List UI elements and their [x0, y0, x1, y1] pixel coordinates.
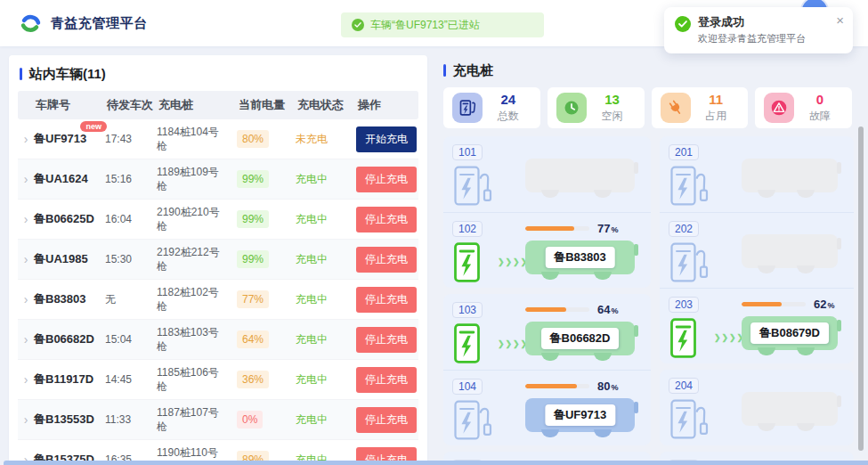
vehicle-row: ›鲁B06625D16:042190桩210号枪99%充电中停止充电 — [18, 200, 418, 240]
stat-value: 11 — [709, 92, 723, 107]
stat-value: 24 — [500, 92, 515, 107]
plate-number: 鲁B83803 — [34, 291, 105, 307]
stop-charge-button[interactable]: 停止充电 — [356, 207, 417, 232]
pile-icon — [669, 163, 710, 209]
depart-time: 无 — [105, 292, 157, 307]
battery-badge: 99% — [237, 250, 269, 268]
charge-percent: 77% — [597, 222, 618, 235]
bus-plate-label: 鲁B06682D — [541, 328, 620, 349]
accent-bar — [20, 68, 22, 80]
pile-number-badge: 204 — [669, 378, 699, 394]
vehicle-table-body: ›鲁UF9713new17:431184桩104号枪80%未充电开始充电›鲁UA… — [18, 119, 418, 465]
depart-time: 16:04 — [105, 213, 157, 225]
vehicles-panel-title: 站内车辆(11) — [29, 66, 106, 83]
bus-icon — [742, 392, 838, 426]
vehicle-arrival-toast: 车辆“鲁UF9713”已进站 — [341, 12, 544, 37]
accent-bar — [443, 64, 446, 77]
pile-name: 1185桩106号枪 — [157, 365, 237, 394]
vehicle-row: ›鲁B13553D11:331187桩107号枪0%充电中停止充电 — [18, 400, 418, 440]
pile-name: 2192桩212号枪 — [157, 245, 237, 273]
pile-icon — [669, 240, 710, 286]
charge-status: 充电中 — [296, 292, 356, 307]
stat-card: 13空闲 — [548, 87, 645, 128]
depart-time: 15:30 — [105, 253, 157, 265]
expand-chevron-icon[interactable]: › — [18, 132, 34, 146]
stat-value: 0 — [816, 92, 823, 107]
bus-icon: 鲁B06682D — [525, 322, 635, 355]
stop-charge-button[interactable]: 停止充电 — [356, 287, 417, 313]
vehicle-row: ›鲁B83803无1182桩102号枪77%充电中停止充电 — [18, 280, 418, 320]
pile-icon — [669, 315, 710, 362]
stat-label: 故障 — [809, 109, 831, 124]
expand-chevron-icon[interactable]: › — [18, 212, 34, 226]
bottom-scroll-edge — [4, 461, 868, 465]
expand-chevron-icon[interactable]: › — [18, 372, 34, 387]
pile-stats-row: 24总数13空闲11占用0故障 — [443, 87, 852, 128]
plate-number: 鲁UA1985 — [34, 251, 105, 267]
clock-icon — [556, 93, 587, 123]
notification-message: 欢迎登录青益充管理平台 — [698, 32, 806, 45]
pile-name: 1184桩104号枪 — [157, 125, 237, 153]
col-pile: 充电桩 — [157, 97, 237, 113]
success-check-icon — [675, 16, 691, 45]
pile-card: 101102❯❯❯❯77%鲁B83803 — [443, 136, 651, 288]
bus-plate-label: 鲁UF9713 — [545, 404, 615, 426]
col-plate: 车牌号 — [34, 97, 105, 113]
plate-number: 鲁B06625D — [34, 211, 105, 227]
pile-slot: 203❯❯❯❯62%鲁B08679D — [660, 288, 854, 363]
pile-slot: 204 — [660, 370, 854, 445]
charge-status: 充电中 — [296, 412, 356, 428]
bus-icon — [525, 159, 635, 192]
close-icon[interactable]: × — [836, 14, 844, 27]
stop-charge-button[interactable]: 停止充电 — [356, 327, 417, 353]
stop-charge-button[interactable]: 停止充电 — [356, 167, 417, 192]
battery-badge: 64% — [237, 330, 269, 348]
expand-chevron-icon[interactable]: › — [18, 412, 34, 427]
pile-icon — [452, 163, 493, 209]
stop-charge-button[interactable]: 停止充电 — [356, 367, 417, 393]
pile-name: 1182桩102号枪 — [157, 285, 237, 314]
charge-progress-bar — [742, 302, 806, 306]
vehicle-row: ›鲁UA198515:302192桩212号枪99%充电中停止充电 — [18, 240, 418, 280]
table-header: 车牌号 待发车次 充电桩 当前电量 充电状态 操作 — [18, 91, 418, 119]
charge-status: 充电中 — [296, 212, 356, 227]
vehicle-row: ›鲁B11917D14:451185桩106号枪36%充电中停止充电 — [18, 360, 418, 400]
depart-time: 11:33 — [105, 413, 157, 426]
pile-icon — [452, 321, 493, 367]
plate-number: 鲁UA1624 — [34, 171, 105, 187]
col-action: 操作 — [356, 97, 418, 113]
pile-number-badge: 102 — [452, 221, 483, 237]
start-charge-button[interactable]: 开始充电 — [356, 126, 417, 152]
charging-arrows-icon: ❯❯❯❯ — [498, 257, 528, 266]
pile-icon — [452, 240, 493, 286]
expand-chevron-icon[interactable]: › — [18, 292, 34, 306]
bus-icon: 鲁UF9713 — [525, 398, 635, 432]
pile-number-badge: 103 — [452, 302, 483, 318]
battery-badge: 0% — [237, 411, 263, 428]
stat-label: 占用 — [705, 109, 726, 124]
pile-number-badge: 104 — [452, 379, 483, 395]
plate-number: 鲁B11917D — [34, 371, 105, 388]
charging-arrows-icon: ❯❯❯❯ — [714, 333, 744, 342]
charge-status: 未充电 — [296, 132, 356, 147]
depart-time: 17:43 — [105, 133, 157, 145]
app-title: 青益充管理平台 — [51, 15, 148, 32]
stop-charge-button[interactable]: 停止充电 — [356, 407, 417, 433]
vertical-scrollbar[interactable] — [858, 126, 864, 451]
bus-icon: 鲁B83803 — [525, 241, 635, 274]
stat-card: 11占用 — [652, 87, 749, 128]
stop-charge-button[interactable]: 停止充电 — [356, 247, 417, 273]
expand-chevron-icon[interactable]: › — [18, 172, 34, 186]
expand-chevron-icon[interactable]: › — [18, 252, 34, 266]
charge-status: 充电中 — [296, 252, 356, 267]
battery-badge: 80% — [237, 130, 269, 148]
pile-name: 2190桩210号枪 — [157, 205, 237, 233]
vehicle-row: ›鲁B06682D15:041183桩103号枪64%充电中停止充电 — [18, 320, 418, 360]
expand-chevron-icon[interactable]: › — [18, 332, 34, 347]
charge-status: 充电中 — [296, 332, 356, 347]
check-icon — [352, 19, 364, 31]
charge-progress-bar — [525, 307, 589, 312]
pile-card: 201202203❯❯❯❯62%鲁B08679D — [660, 136, 854, 363]
battery-badge: 99% — [237, 210, 269, 228]
pile-name: 1187桩107号枪 — [157, 405, 237, 434]
